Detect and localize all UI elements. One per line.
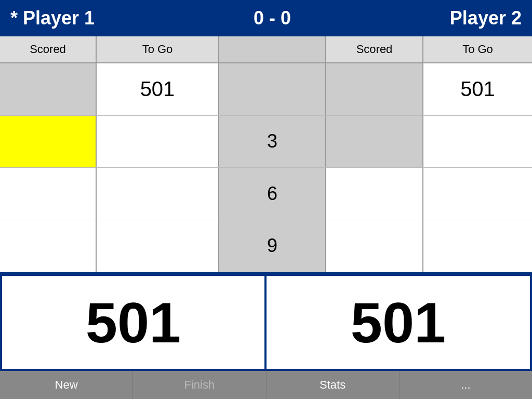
cell-r1-center bbox=[219, 63, 326, 115]
col-header-scored-left: Scored bbox=[0, 36, 97, 62]
cell-r3-scored-left bbox=[0, 168, 97, 220]
col-header-scored-right: Scored bbox=[326, 36, 423, 62]
stats-button[interactable]: Stats bbox=[267, 371, 400, 399]
cell-r4-togo-right bbox=[423, 220, 532, 272]
cell-r4-scored-left bbox=[0, 220, 97, 272]
new-button[interactable]: New bbox=[0, 371, 133, 399]
player2-name: Player 2 bbox=[450, 7, 522, 29]
more-button[interactable]: ... bbox=[400, 371, 532, 399]
col-header-center bbox=[219, 36, 326, 62]
player1-name: * Player 1 bbox=[10, 7, 95, 29]
cell-r2-center: 3 bbox=[219, 116, 326, 168]
column-headers: Scored To Go Scored To Go bbox=[0, 36, 532, 63]
cell-r3-togo-left bbox=[97, 168, 219, 220]
col-header-togo-right: To Go bbox=[423, 36, 532, 62]
cell-r1-scored-left bbox=[0, 63, 97, 115]
header: * Player 1 0 - 0 Player 2 bbox=[0, 0, 532, 36]
cell-r1-scored-right bbox=[326, 63, 423, 115]
footer: New Finish Stats ... bbox=[0, 371, 532, 399]
cell-r4-scored-right bbox=[326, 220, 423, 272]
cell-r3-scored-right bbox=[326, 168, 423, 220]
cell-r2-scored-right bbox=[326, 116, 423, 168]
cell-r2-togo-right bbox=[423, 116, 532, 168]
score-rows: 501 501 3 bbox=[0, 63, 532, 272]
col-header-togo-left: To Go bbox=[97, 36, 219, 62]
finish-button[interactable]: Finish bbox=[133, 371, 266, 399]
cell-r3-togo-right bbox=[423, 168, 532, 220]
score-row-3: 6 bbox=[0, 168, 532, 220]
cell-r1-togo-right: 501 bbox=[423, 63, 532, 115]
big-score-player2[interactable]: 501 bbox=[267, 274, 532, 371]
cell-r1-togo-left: 501 bbox=[97, 63, 219, 115]
big-score-player1[interactable]: 501 bbox=[0, 274, 267, 371]
big-scores: 501 501 bbox=[0, 272, 532, 371]
score-row-2: 3 bbox=[0, 116, 532, 168]
cell-r4-togo-left bbox=[97, 220, 219, 272]
score-display: 0 - 0 bbox=[254, 7, 291, 29]
cell-r2-scored-left bbox=[0, 116, 97, 168]
score-row-1: 501 501 bbox=[0, 63, 532, 116]
cell-r2-togo-left bbox=[97, 116, 219, 168]
cell-r3-center: 6 bbox=[219, 168, 326, 220]
cell-r4-center: 9 bbox=[219, 220, 326, 272]
score-row-4: 9 bbox=[0, 220, 532, 273]
